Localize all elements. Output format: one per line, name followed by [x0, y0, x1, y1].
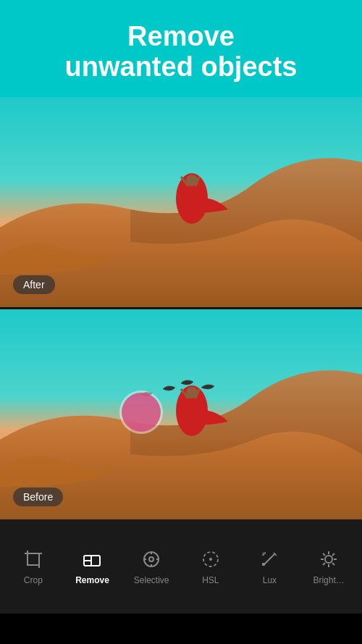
selective-icon [140, 548, 163, 571]
svg-rect-33 [262, 563, 265, 566]
svg-rect-12 [28, 553, 39, 565]
dune-after [0, 97, 362, 307]
after-panel: After [0, 97, 362, 307]
svg-line-32 [263, 553, 264, 554]
svg-point-26 [209, 558, 212, 561]
tool-hsl[interactable]: HSL [189, 542, 232, 591]
brightness-icon [317, 548, 340, 571]
header: Remove unwanted objects [0, 0, 362, 97]
lux-icon [258, 548, 281, 571]
page-title: Remove unwanted objects [14, 22, 348, 83]
svg-line-41 [332, 553, 334, 556]
svg-point-34 [325, 556, 332, 563]
tool-lux[interactable]: Lux [248, 542, 291, 591]
tool-crop[interactable]: Crop [12, 542, 55, 591]
hsl-label: HSL [202, 575, 219, 585]
hsl-icon [199, 548, 222, 571]
crop-label: Crop [24, 575, 43, 585]
svg-line-39 [323, 553, 325, 556]
tool-brightness[interactable]: Bright… [307, 542, 350, 591]
remove-label: Remove [75, 575, 109, 585]
svg-point-20 [149, 557, 153, 561]
before-panel: Before [0, 309, 362, 519]
svg-line-42 [323, 563, 325, 565]
before-label: Before [13, 488, 63, 506]
brightness-label: Bright… [313, 575, 344, 585]
crop-icon [22, 548, 45, 571]
tool-remove[interactable]: Remove [70, 542, 114, 591]
selective-label: Selective [134, 575, 169, 585]
remove-icon [80, 548, 104, 571]
after-label: After [13, 275, 55, 294]
lux-label: Lux [263, 575, 277, 585]
svg-line-40 [332, 563, 334, 565]
tool-selective[interactable]: Selective [130, 542, 173, 591]
toolbar: Crop Remove Selective [0, 519, 362, 614]
eraser-tool-circle[interactable] [122, 393, 161, 432]
